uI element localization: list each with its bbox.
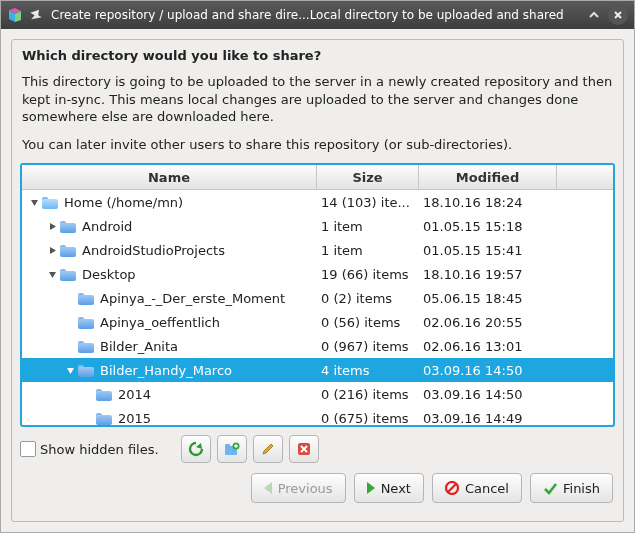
expand-placeholder [82, 388, 94, 400]
row-size: 0 (2) items [317, 291, 419, 306]
row-size: 0 (675) items [317, 411, 419, 426]
row-name: Bilder_Anita [100, 339, 178, 354]
tree-row[interactable]: AndroidStudioProjects1 item01.05.15 15:4… [22, 238, 613, 262]
titlebar[interactable]: Create repository / upload and share dir… [1, 1, 634, 29]
expand-right-icon[interactable] [46, 220, 58, 232]
row-name: Bilder_Handy_Marco [100, 363, 232, 378]
tree-row[interactable]: 20150 (675) items03.09.16 14:49 [22, 406, 613, 425]
dialog-content: Which directory would you like to share?… [1, 29, 634, 532]
close-button[interactable] [608, 5, 628, 25]
row-size: 1 item [317, 219, 419, 234]
row-size: 14 (103) ite... [317, 195, 419, 210]
new-folder-button[interactable] [217, 435, 247, 463]
cancel-icon [445, 481, 459, 495]
rename-button[interactable] [253, 435, 283, 463]
tree-row[interactable]: Bilder_Anita0 (967) items02.06.16 13:01 [22, 334, 613, 358]
expand-placeholder [64, 340, 76, 352]
row-modified: 03.09.16 14:50 [419, 363, 557, 378]
below-tree-bar: Show hidden files. [20, 435, 615, 463]
home-icon [42, 195, 58, 209]
tree-row[interactable]: Bilder_Handy_Marco4 items03.09.16 14:50 [22, 358, 613, 382]
expand-down-icon[interactable] [28, 196, 40, 208]
row-modified: 05.06.15 18:45 [419, 291, 557, 306]
roll-up-button[interactable] [584, 5, 604, 25]
row-size: 0 (216) items [317, 387, 419, 402]
folder-icon [60, 243, 76, 257]
tree-row[interactable]: Apinya_oeffentlich0 (56) items02.06.16 2… [22, 310, 613, 334]
row-size: 0 (56) items [317, 315, 419, 330]
window-title: Create repository / upload and share dir… [51, 8, 580, 22]
check-icon [543, 481, 557, 495]
tree-row[interactable]: Home (/home/mn)14 (103) ite...18.10.16 1… [22, 190, 613, 214]
expand-placeholder [64, 316, 76, 328]
next-label: Next [381, 481, 411, 496]
cancel-button[interactable]: Cancel [432, 473, 522, 503]
delete-button[interactable] [289, 435, 319, 463]
row-size: 0 (967) items [317, 339, 419, 354]
expand-down-icon[interactable] [46, 268, 58, 280]
tree-toolbar [181, 435, 319, 463]
row-size: 19 (66) items [317, 267, 419, 282]
expand-right-icon[interactable] [46, 244, 58, 256]
wizard-buttons: Previous Next Cancel Finish [20, 473, 615, 503]
finish-button[interactable]: Finish [530, 473, 613, 503]
row-size: 1 item [317, 243, 419, 258]
description-1: This directory is going to be uploaded t… [22, 73, 613, 126]
dialog-window: Create repository / upload and share dir… [0, 0, 635, 533]
row-name: Home (/home/mn) [64, 195, 183, 210]
column-header-size[interactable]: Size [317, 165, 419, 189]
svg-line-5 [448, 484, 456, 492]
row-name: 2015 [118, 411, 151, 426]
column-header-modified[interactable]: Modified [419, 165, 557, 189]
next-button[interactable]: Next [354, 473, 424, 503]
tree-row[interactable]: Android1 item01.05.15 15:18 [22, 214, 613, 238]
svg-rect-1 [225, 444, 230, 447]
tree-header: Name Size Modified [22, 165, 613, 190]
row-modified: 03.09.16 14:49 [419, 411, 557, 426]
page-heading: Which directory would you like to share? [22, 48, 615, 63]
folder-icon [60, 267, 76, 281]
tree-row[interactable]: Desktop19 (66) items18.10.16 19:57 [22, 262, 613, 286]
expand-placeholder [82, 412, 94, 424]
row-modified: 01.05.15 15:41 [419, 243, 557, 258]
row-modified: 01.05.15 15:18 [419, 219, 557, 234]
row-modified: 03.09.16 14:50 [419, 387, 557, 402]
tree-body[interactable]: Home (/home/mn)14 (103) ite...18.10.16 1… [22, 190, 613, 425]
folder-icon [96, 387, 112, 401]
show-hidden-checkbox[interactable]: Show hidden files. [20, 441, 159, 457]
cancel-label: Cancel [465, 481, 509, 496]
row-name: AndroidStudioProjects [82, 243, 225, 258]
column-header-spacer [557, 165, 613, 189]
row-name: 2014 [118, 387, 151, 402]
folder-icon [78, 363, 94, 377]
folder-icon [78, 315, 94, 329]
arrow-right-icon [367, 482, 375, 494]
expand-placeholder [64, 292, 76, 304]
row-size: 4 items [317, 363, 419, 378]
row-name: Android [82, 219, 132, 234]
folder-icon [78, 339, 94, 353]
row-name: Desktop [82, 267, 136, 282]
checkbox-box[interactable] [20, 441, 36, 457]
row-modified: 02.06.16 13:01 [419, 339, 557, 354]
row-modified: 18.10.16 18:24 [419, 195, 557, 210]
app-icon [7, 7, 23, 23]
row-name: Apinya_oeffentlich [100, 315, 220, 330]
previous-button[interactable]: Previous [251, 473, 346, 503]
pin-icon[interactable] [29, 8, 43, 22]
description-2: You can later invite other users to shar… [22, 136, 613, 154]
tree-row[interactable]: Apinya_-_Der_erste_Moment0 (2) items05.0… [22, 286, 613, 310]
row-name: Apinya_-_Der_erste_Moment [100, 291, 285, 306]
tree-row[interactable]: 20140 (216) items03.09.16 14:50 [22, 382, 613, 406]
previous-label: Previous [278, 481, 333, 496]
row-modified: 18.10.16 19:57 [419, 267, 557, 282]
folder-icon [60, 219, 76, 233]
arrow-left-icon [264, 482, 272, 494]
folder-icon [78, 291, 94, 305]
column-header-name[interactable]: Name [22, 165, 317, 189]
directory-tree[interactable]: Name Size Modified Home (/home/mn)14 (10… [20, 163, 615, 427]
expand-down-icon[interactable] [64, 364, 76, 376]
refresh-button[interactable] [181, 435, 211, 463]
folder-icon [96, 411, 112, 425]
finish-label: Finish [563, 481, 600, 496]
